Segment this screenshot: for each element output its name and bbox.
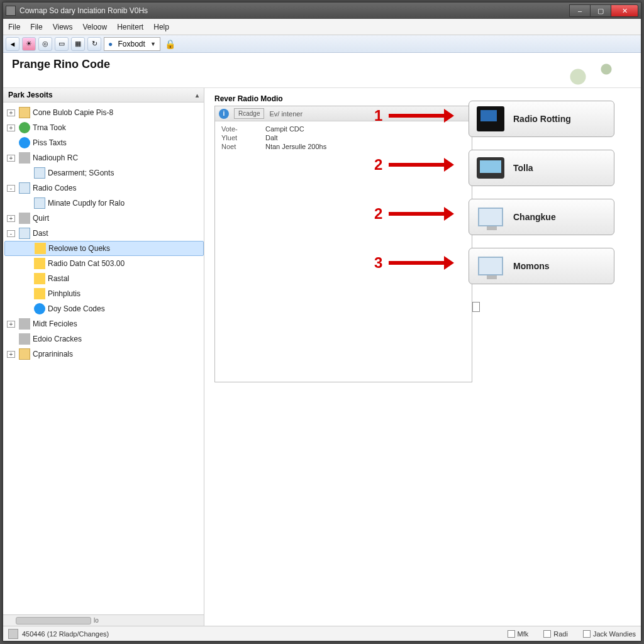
tree-item[interactable]: +Cone Bulob Capie Pis-8 — [4, 105, 204, 120]
scroll-thumb[interactable] — [16, 617, 91, 625]
grey-icon — [19, 318, 30, 330]
action-button[interactable]: Momons — [469, 248, 614, 284]
info-value: Dalt — [265, 134, 465, 142]
tree-item[interactable]: +Quirt — [4, 211, 204, 226]
status-check-3[interactable]: Jack Wandies — [583, 630, 636, 638]
expander-icon[interactable]: + — [7, 155, 15, 162]
blue-icon — [19, 137, 30, 148]
tree-item-label: Pinhplutis — [48, 289, 80, 298]
misc-icon — [472, 302, 480, 312]
info-tab-1[interactable]: Rcadge — [234, 108, 264, 119]
action-button[interactable]: Changkue — [469, 199, 614, 235]
expander-icon[interactable]: + — [7, 125, 15, 131]
menu-help[interactable]: Help — [153, 23, 169, 31]
menu-file-2[interactable]: File — [30, 23, 42, 31]
refresh-button[interactable]: ↻ — [87, 37, 101, 51]
pc-icon — [478, 208, 503, 226]
expander-icon[interactable]: - — [7, 185, 15, 192]
expander-icon[interactable]: + — [7, 321, 15, 328]
action-label: Changkue — [513, 212, 556, 222]
annotation-2: 2 — [374, 156, 445, 174]
tree-item[interactable]: Edoio Crackes — [4, 331, 204, 347]
tree-item[interactable]: +Midt Fecioles — [4, 316, 204, 331]
info-panel: i Rcadge Ev/ intener Vote-Campit CDCYlue… — [214, 106, 472, 382]
info-tab-2[interactable]: Ev/ intener — [269, 110, 303, 118]
maximize-button[interactable]: ▢ — [590, 4, 611, 17]
tree-item-label: Doy Sode Codes — [48, 304, 105, 313]
menu-veloow[interactable]: Veloow — [82, 23, 107, 31]
tree-item-label: Edoio Crackes — [33, 335, 82, 343]
tree-item[interactable]: -Dast — [4, 226, 204, 241]
tree-item-label: Piss Taxts — [33, 138, 67, 147]
monitor-icon — [34, 167, 45, 179]
toolbar: ◄ ☀ ◎ ▭ ▦ ↻ ● Foxbodt ▼ 🔒 — [3, 35, 641, 53]
tree-item-label: Radio Codes — [33, 184, 76, 192]
tree-item[interactable]: +Trna Took — [4, 120, 204, 135]
close-button[interactable]: ✕ — [611, 4, 638, 17]
tree-item[interactable]: Pinhplutis — [4, 286, 204, 301]
action-button[interactable]: Radio Rotting — [469, 101, 614, 137]
page-header: Prange Rino Code — [3, 53, 641, 88]
status-check-2[interactable]: Radi — [543, 630, 568, 638]
minimize-button[interactable]: – — [569, 4, 591, 17]
tree-item[interactable]: +Cprarininals — [4, 347, 204, 362]
yellow-icon — [34, 273, 45, 284]
annotation-4: 3 — [374, 254, 445, 272]
monitor-icon — [19, 182, 30, 194]
tree-item-label: Midt Fecioles — [33, 319, 77, 328]
menu-views[interactable]: Views — [53, 23, 73, 31]
tree-item[interactable]: Radio Datn Cat 503.00 — [4, 256, 204, 271]
sidebar-title[interactable]: Park Jesoits ▴ — [3, 88, 204, 103]
folder-icon — [19, 348, 30, 360]
menu-henitert[interactable]: Henitert — [117, 23, 143, 31]
map-button[interactable]: ☀ — [22, 37, 36, 51]
status-icon — [8, 629, 18, 639]
tree-item-label: Reolowe to Queks — [48, 244, 110, 253]
tree-item[interactable]: Rastal — [4, 271, 204, 286]
action-label: Tolla — [513, 163, 533, 173]
tree-item[interactable]: Piss Taxts — [4, 135, 204, 150]
horizontal-scrollbar[interactable]: lo — [3, 614, 204, 626]
window-title: Cownap So dary Inciation Ronib V0Hs — [19, 6, 570, 15]
tree-item[interactable]: Desarment; SGonts — [4, 165, 204, 180]
action-label: Radio Rotting — [513, 114, 571, 124]
info-icon: i — [219, 109, 229, 119]
tree-item[interactable]: Doy Sode Codes — [4, 301, 204, 316]
window-button[interactable]: ▭ — [55, 37, 69, 51]
gps-icon — [477, 157, 504, 179]
expander-icon[interactable]: + — [7, 109, 15, 116]
tree-item[interactable]: +Nadiouph RC — [4, 150, 204, 165]
tree-item[interactable]: Reolowe to Queks — [4, 241, 204, 256]
status-check-1[interactable]: Mfk — [508, 630, 529, 638]
app-icon — [6, 6, 16, 16]
tree-item-label: Radio Datn Cat 503.00 — [48, 259, 125, 268]
tree-item-label: Nadiouph RC — [33, 153, 78, 162]
folder-icon — [19, 107, 30, 118]
action-button[interactable]: Tolla — [469, 150, 614, 186]
yellow-icon — [34, 258, 45, 269]
info-key: Vote- — [221, 125, 265, 133]
tree-item-label: Dast — [33, 229, 48, 238]
content-area: Rever Radio Modio i Rcadge Ev/ intener V… — [204, 88, 641, 626]
context-select-label: Foxbodt — [118, 40, 145, 48]
grey-icon — [19, 333, 30, 345]
globe-button[interactable]: ◎ — [38, 37, 52, 51]
info-key: Yluet — [221, 134, 265, 142]
expander-icon[interactable]: + — [7, 215, 15, 222]
expander-icon[interactable]: - — [7, 230, 15, 237]
action-label: Momons — [513, 261, 550, 271]
annotation-3: 2 — [374, 205, 445, 223]
context-select[interactable]: ● Foxbodt ▼ — [104, 37, 160, 51]
tree-item[interactable]: Minate Cupdly for Ralo — [4, 196, 204, 211]
expander-icon[interactable]: + — [7, 351, 15, 358]
back-button[interactable]: ◄ — [6, 37, 19, 51]
lock-icon[interactable]: 🔒 — [163, 37, 177, 51]
grid-button[interactable]: ▦ — [71, 37, 85, 51]
tower-icon — [477, 106, 504, 131]
menu-file[interactable]: File — [8, 23, 20, 31]
blue-icon — [34, 303, 45, 314]
menubar: File File Views Veloow Henitert Help — [3, 19, 641, 35]
tree-item[interactable]: -Radio Codes — [4, 180, 204, 196]
monitor-icon — [19, 228, 30, 239]
grey-icon — [19, 213, 30, 224]
